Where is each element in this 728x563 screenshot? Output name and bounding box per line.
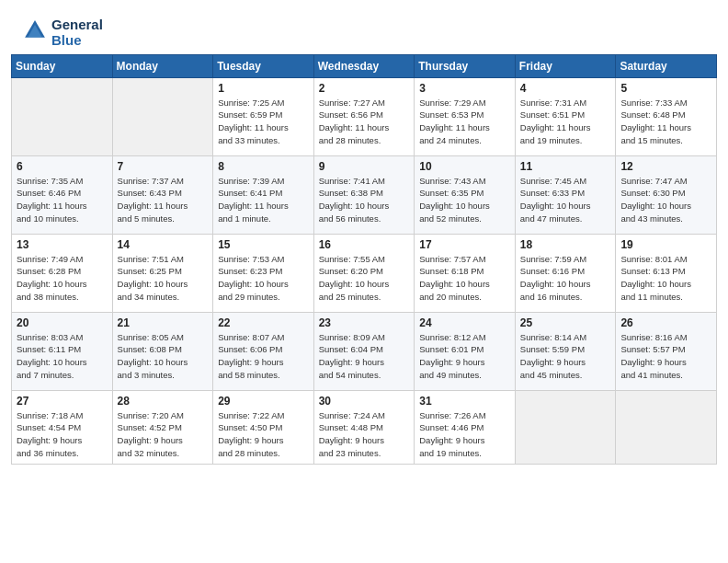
day-number: 28 (118, 395, 209, 408)
day-number: 31 (419, 395, 510, 408)
calendar-cell: 6Sunrise: 7:35 AMSunset: 6:46 PMDaylight… (12, 155, 113, 234)
calendar-cell: 7Sunrise: 7:37 AMSunset: 6:43 PMDaylight… (112, 155, 213, 234)
calendar-cell: 16Sunrise: 7:55 AMSunset: 6:20 PMDayligh… (313, 234, 415, 312)
day-number: 29 (218, 395, 309, 408)
day-detail: Sunrise: 8:03 AMSunset: 6:11 PMDaylight:… (17, 331, 108, 382)
day-detail: Sunrise: 7:55 AMSunset: 6:20 PMDaylight:… (319, 253, 410, 304)
header: General Blue (0, 0, 728, 54)
day-number: 16 (319, 238, 410, 251)
day-detail: Sunrise: 8:14 AMSunset: 5:59 PMDaylight:… (520, 331, 611, 382)
day-detail: Sunrise: 7:43 AMSunset: 6:35 PMDaylight:… (419, 175, 510, 225)
day-detail: Sunrise: 7:51 AMSunset: 6:25 PMDaylight:… (118, 253, 209, 304)
calendar-cell: 31Sunrise: 7:26 AMSunset: 4:46 PMDayligh… (415, 390, 516, 464)
day-detail: Sunrise: 7:25 AMSunset: 6:59 PMDaylight:… (218, 97, 309, 147)
day-number: 30 (319, 395, 410, 408)
weekday-header-sunday: Sunday (12, 54, 113, 77)
day-detail: Sunrise: 7:29 AMSunset: 6:53 PMDaylight:… (419, 97, 510, 147)
day-detail: Sunrise: 7:57 AMSunset: 6:18 PMDaylight:… (419, 253, 510, 304)
day-detail: Sunrise: 8:01 AMSunset: 6:13 PMDaylight:… (620, 253, 711, 304)
calendar-cell: 13Sunrise: 7:49 AMSunset: 6:28 PMDayligh… (12, 234, 113, 312)
weekday-header-tuesday: Tuesday (213, 54, 314, 77)
day-detail: Sunrise: 7:45 AMSunset: 6:33 PMDaylight:… (520, 175, 611, 225)
day-detail: Sunrise: 7:18 AMSunset: 4:54 PMDaylight:… (17, 409, 108, 460)
calendar-cell: 3Sunrise: 7:29 AMSunset: 6:53 PMDaylight… (415, 77, 516, 155)
day-detail: Sunrise: 7:20 AMSunset: 4:52 PMDaylight:… (118, 409, 209, 460)
calendar-cell: 4Sunrise: 7:31 AMSunset: 6:51 PMDaylight… (515, 77, 616, 155)
calendar-cell: 30Sunrise: 7:24 AMSunset: 4:48 PMDayligh… (313, 390, 415, 464)
day-number: 26 (620, 316, 711, 329)
day-number: 2 (319, 82, 410, 95)
day-detail: Sunrise: 8:12 AMSunset: 6:01 PMDaylight:… (419, 331, 510, 382)
calendar-cell: 27Sunrise: 7:18 AMSunset: 4:54 PMDayligh… (12, 390, 113, 464)
calendar-cell: 17Sunrise: 7:57 AMSunset: 6:18 PMDayligh… (415, 234, 516, 312)
day-number: 13 (17, 238, 108, 251)
day-number: 7 (118, 160, 209, 173)
day-detail: Sunrise: 7:22 AMSunset: 4:50 PMDaylight:… (218, 409, 309, 460)
calendar-cell: 21Sunrise: 8:05 AMSunset: 6:08 PMDayligh… (112, 312, 213, 390)
day-detail: Sunrise: 7:47 AMSunset: 6:30 PMDaylight:… (620, 175, 711, 225)
day-detail: Sunrise: 8:05 AMSunset: 6:08 PMDaylight:… (118, 331, 209, 382)
calendar-cell (616, 390, 717, 464)
calendar-cell (515, 390, 616, 464)
day-number: 5 (620, 82, 711, 95)
weekday-header-saturday: Saturday (616, 54, 717, 77)
day-detail: Sunrise: 7:33 AMSunset: 6:48 PMDaylight:… (620, 97, 711, 147)
day-detail: Sunrise: 7:26 AMSunset: 4:46 PMDaylight:… (419, 409, 510, 460)
day-number: 27 (17, 395, 108, 408)
calendar-cell: 2Sunrise: 7:27 AMSunset: 6:56 PMDaylight… (313, 77, 415, 155)
calendar-cell: 9Sunrise: 7:41 AMSunset: 6:38 PMDaylight… (313, 155, 415, 234)
day-number: 17 (419, 238, 510, 251)
calendar-cell (112, 77, 213, 155)
logo-text: General Blue (51, 17, 103, 49)
day-number: 19 (620, 238, 711, 251)
day-number: 23 (319, 316, 410, 329)
weekday-header-thursday: Thursday (415, 54, 516, 77)
calendar-cell: 23Sunrise: 8:09 AMSunset: 6:04 PMDayligh… (313, 312, 415, 390)
calendar-cell: 15Sunrise: 7:53 AMSunset: 6:23 PMDayligh… (213, 234, 314, 312)
calendar-cell: 20Sunrise: 8:03 AMSunset: 6:11 PMDayligh… (12, 312, 113, 390)
day-detail: Sunrise: 7:49 AMSunset: 6:28 PMDaylight:… (17, 253, 108, 304)
calendar-cell: 12Sunrise: 7:47 AMSunset: 6:30 PMDayligh… (616, 155, 717, 234)
day-number: 24 (419, 316, 510, 329)
day-detail: Sunrise: 7:39 AMSunset: 6:41 PMDaylight:… (218, 175, 309, 225)
calendar-cell: 25Sunrise: 8:14 AMSunset: 5:59 PMDayligh… (515, 312, 616, 390)
calendar-week-row: 6Sunrise: 7:35 AMSunset: 6:46 PMDaylight… (12, 155, 717, 234)
day-number: 12 (620, 160, 711, 173)
calendar-week-row: 20Sunrise: 8:03 AMSunset: 6:11 PMDayligh… (12, 312, 717, 390)
weekday-header-monday: Monday (112, 54, 213, 77)
day-detail: Sunrise: 7:37 AMSunset: 6:43 PMDaylight:… (118, 175, 209, 225)
logo: General Blue (20, 17, 103, 49)
day-number: 22 (218, 316, 309, 329)
calendar-table: SundayMondayTuesdayWednesdayThursdayFrid… (11, 54, 717, 465)
calendar-cell: 5Sunrise: 7:33 AMSunset: 6:48 PMDaylight… (616, 77, 717, 155)
day-number: 14 (118, 238, 209, 251)
calendar-cell: 10Sunrise: 7:43 AMSunset: 6:35 PMDayligh… (415, 155, 516, 234)
day-detail: Sunrise: 8:16 AMSunset: 5:57 PMDaylight:… (620, 331, 711, 382)
day-detail: Sunrise: 7:31 AMSunset: 6:51 PMDaylight:… (520, 97, 611, 147)
calendar-cell: 11Sunrise: 7:45 AMSunset: 6:33 PMDayligh… (515, 155, 616, 234)
day-number: 11 (520, 160, 611, 173)
page: General Blue SundayMondayTuesdayWednesda… (0, 0, 728, 563)
weekday-header-row: SundayMondayTuesdayWednesdayThursdayFrid… (12, 54, 717, 77)
day-detail: Sunrise: 7:35 AMSunset: 6:46 PMDaylight:… (17, 175, 108, 225)
calendar-cell: 29Sunrise: 7:22 AMSunset: 4:50 PMDayligh… (213, 390, 314, 464)
day-number: 1 (218, 82, 309, 95)
day-number: 4 (520, 82, 611, 95)
calendar-cell (12, 77, 113, 155)
logo-icon (22, 17, 48, 43)
calendar-cell: 1Sunrise: 7:25 AMSunset: 6:59 PMDaylight… (213, 77, 314, 155)
day-number: 18 (520, 238, 611, 251)
calendar-cell: 24Sunrise: 8:12 AMSunset: 6:01 PMDayligh… (415, 312, 516, 390)
calendar-cell: 18Sunrise: 7:59 AMSunset: 6:16 PMDayligh… (515, 234, 616, 312)
day-number: 20 (17, 316, 108, 329)
day-detail: Sunrise: 7:59 AMSunset: 6:16 PMDaylight:… (520, 253, 611, 304)
day-detail: Sunrise: 8:09 AMSunset: 6:04 PMDaylight:… (319, 331, 410, 382)
calendar-cell: 22Sunrise: 8:07 AMSunset: 6:06 PMDayligh… (213, 312, 314, 390)
day-detail: Sunrise: 7:41 AMSunset: 6:38 PMDaylight:… (319, 175, 410, 225)
calendar-week-row: 13Sunrise: 7:49 AMSunset: 6:28 PMDayligh… (12, 234, 717, 312)
calendar-cell: 26Sunrise: 8:16 AMSunset: 5:57 PMDayligh… (616, 312, 717, 390)
day-detail: Sunrise: 7:53 AMSunset: 6:23 PMDaylight:… (218, 253, 309, 304)
weekday-header-friday: Friday (515, 54, 616, 77)
day-detail: Sunrise: 7:24 AMSunset: 4:48 PMDaylight:… (319, 409, 410, 460)
calendar-cell: 28Sunrise: 7:20 AMSunset: 4:52 PMDayligh… (112, 390, 213, 464)
